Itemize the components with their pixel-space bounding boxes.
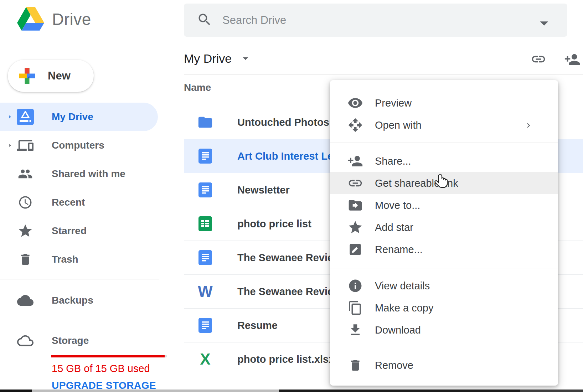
scrollbar-segment[interactable] [0,390,32,392]
column-header-name[interactable]: Name [184,82,211,93]
file-name: photo price list [237,218,311,230]
my-drive-icon [17,108,34,125]
storage-progress-fill [51,355,165,357]
drive-logo[interactable]: Drive [17,7,91,31]
download-icon [347,322,363,338]
drive-triangle-icon [17,7,44,31]
google-docs-icon [197,249,214,266]
new-button[interactable]: New [8,60,94,92]
share-person-add-toolbar-icon[interactable] [564,51,581,69]
new-button-label: New [48,69,71,82]
sidebar-item-my-drive[interactable]: My Drive [0,103,158,131]
menu-item-view-details[interactable]: View details [330,275,558,297]
scrollbar-segment[interactable] [520,390,583,392]
sidebar-item-computers[interactable]: Computers [0,131,158,160]
rename-icon [347,242,363,257]
sidebar-item-starred[interactable]: Starred [0,217,158,245]
storage-section: Storage 15 GB of 15 GB used UPGRADE STOR… [0,326,159,355]
expand-arrow-icon[interactable] [6,141,14,149]
person-add-icon [347,153,363,169]
google-docs-icon [197,148,214,165]
menu-item-label: Rename... [375,244,423,256]
hand-cursor-icon [433,174,450,194]
search-input-placeholder[interactable]: Search Drive [222,14,286,27]
sidebar-item-label: Backups [52,295,93,306]
google-sheets-icon [197,215,214,232]
eye-icon [347,95,363,111]
move-folder-icon [347,197,363,213]
menu-item-open-with[interactable]: Open with [330,114,558,136]
menu-item-label: Move to... [375,200,420,211]
copy-icon [347,300,363,316]
scrollbar-segment[interactable] [279,390,520,392]
menu-item-download[interactable]: Download [330,319,558,341]
search-bar[interactable]: Search Drive [184,4,567,37]
expand-arrow-placeholder [6,227,14,235]
page-title[interactable]: My Drive [184,52,232,66]
storage-progress-bar [51,355,167,357]
search-options-caret-icon[interactable] [538,19,550,29]
cloud-outline-icon [17,332,34,349]
sidebar-nav: My Drive Computers Shared with me [0,103,159,274]
expand-arrow-icon[interactable] [6,113,14,121]
file-name: photo price list.xlsx [237,354,334,365]
star-icon [347,220,363,235]
folder-icon [197,114,214,131]
sidebar-item-label: Trash [52,254,78,265]
info-icon [347,278,363,294]
sidebar-item-shared-with-me[interactable]: Shared with me [0,160,158,188]
google-docs-icon [197,181,214,198]
star-icon [17,222,34,239]
sidebar-backups-section: Backups [0,286,159,315]
expand-arrow-placeholder [6,198,14,206]
menu-item-label: View details [375,280,430,292]
title-dropdown-caret-icon[interactable] [241,56,250,63]
cloud-icon [17,292,34,309]
excel-file-icon: X [197,351,214,368]
menu-item-add-star[interactable]: Add star [330,216,558,238]
menu-item-move-to[interactable]: Move to... [330,194,558,216]
menu-item-make-a-copy[interactable]: Make a copy [330,297,558,319]
link-icon [347,175,363,191]
menu-item-remove[interactable]: Remove [330,354,558,376]
menu-item-label: Make a copy [375,302,433,314]
expand-arrow-placeholder [6,337,14,345]
menu-item-label: Remove [375,360,413,371]
expand-arrow-placeholder [6,256,14,263]
devices-icon [17,137,34,154]
menu-item-preview[interactable]: Preview [330,92,558,114]
sidebar-item-label: Recent [52,197,85,208]
trash-icon [347,357,363,373]
google-docs-icon [197,317,214,334]
word-file-icon: W [197,283,214,300]
file-name: Newsletter [237,184,290,196]
menu-item-share[interactable]: Share... [330,150,558,172]
get-link-toolbar-icon[interactable] [531,51,546,68]
expand-arrow-placeholder [6,296,14,304]
menu-item-label: Open with [375,119,422,131]
sidebar-item-trash[interactable]: Trash [0,245,158,274]
trash-icon [17,251,34,268]
sidebar-item-label: My Drive [52,111,93,123]
sidebar-item-label: Computers [52,140,104,151]
sidebar-item-label: Shared with me [52,168,125,180]
submenu-chevron-icon [524,121,533,131]
storage-usage-text: 15 GB of 15 GB used [52,363,150,375]
menu-item-label: Preview [375,97,412,109]
horizontal-scrollbar[interactable] [0,390,583,392]
open-with-icon [347,117,363,133]
menu-item-label: Share... [375,155,411,167]
breadcrumb[interactable]: My Drive [184,49,250,68]
menu-item-rename[interactable]: Rename... [330,238,558,261]
file-name: Untouched Photos [237,117,329,128]
search-icon[interactable] [197,12,212,29]
menu-item-label: Download [375,324,421,336]
sidebar-item-recent[interactable]: Recent [0,188,158,217]
product-name: Drive [52,10,91,29]
file-name: Resume [237,320,278,331]
file-name: The Sewanee Review [237,252,341,264]
sidebar-item-storage[interactable]: Storage [0,326,158,355]
sidebar-item-backups[interactable]: Backups [0,286,158,315]
sidebar-divider [0,279,159,279]
expand-arrow-placeholder [6,170,14,178]
